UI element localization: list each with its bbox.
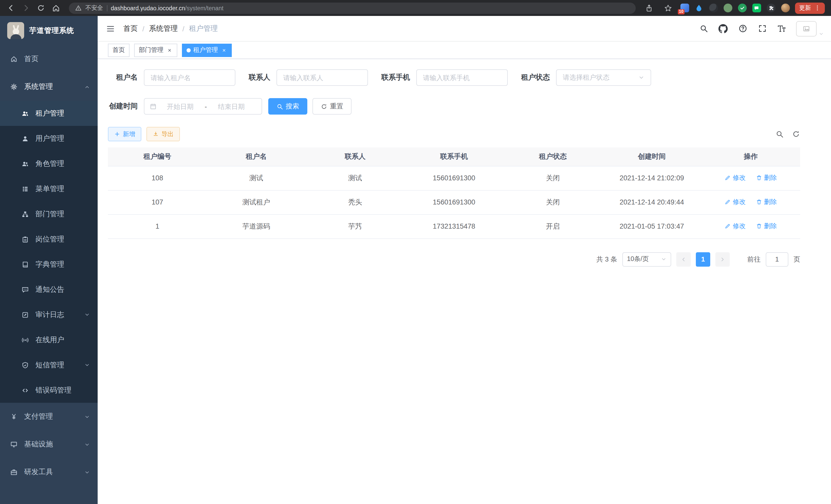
omnibox-divider <box>107 5 107 11</box>
sidebar-item-home[interactable]: 首页 <box>0 45 98 73</box>
browser-update-button[interactable]: 更新 <box>795 2 825 13</box>
screen: 不安全 dashboard.yudao.iocoder.cn/system/te… <box>0 0 831 504</box>
sidebar-item-sms-management[interactable]: 短信管理 <box>0 352 98 378</box>
main-area: 首页 / 系统管理 / 租户管理 <box>98 16 831 504</box>
sidebar-item-label: 首页 <box>24 55 38 64</box>
fullscreen-icon[interactable] <box>757 23 767 34</box>
search-button[interactable]: 搜索 <box>268 98 307 115</box>
chevron-down-icon <box>84 312 90 318</box>
start-date-input[interactable] <box>159 102 201 110</box>
app-logo[interactable]: 芋道管理系统 <box>0 16 98 45</box>
cell-created: 2021-12-14 20:49:44 <box>602 190 701 214</box>
bookmark-star-icon[interactable] <box>661 2 675 14</box>
extension-icon-6[interactable] <box>752 3 761 12</box>
sidebar-item-payment[interactable]: 支付管理 <box>0 403 98 431</box>
extension-icon-4[interactable] <box>723 3 732 12</box>
edit-button[interactable]: 修改 <box>725 222 746 231</box>
close-icon[interactable] <box>221 47 227 53</box>
browser-reload-button[interactable] <box>34 2 48 14</box>
column-header: 租户名 <box>207 147 306 166</box>
cell-tenant-name: 芋道源码 <box>207 214 306 238</box>
phone-input[interactable] <box>423 74 501 82</box>
security-label[interactable]: 不安全 <box>85 4 103 12</box>
sidebar-item-dev-tools[interactable]: 研发工具 <box>0 458 98 486</box>
cell-phone: 17321315478 <box>405 214 504 238</box>
browser-home-button[interactable] <box>49 2 63 14</box>
toggle-search-icon[interactable] <box>775 130 784 138</box>
page-size-select[interactable]: 10条/页 <box>622 252 671 266</box>
goto-page-input[interactable] <box>766 252 789 266</box>
sidebar-item-dept-management[interactable]: 部门管理 <box>0 201 98 227</box>
edit-button[interactable]: 修改 <box>725 174 746 182</box>
sidebar-item-menu-management[interactable]: 菜单管理 <box>0 176 98 201</box>
help-icon[interactable] <box>738 23 748 34</box>
search-icon[interactable] <box>698 23 709 34</box>
filter-create-time: 创建时间 - <box>108 98 262 115</box>
calendar-icon <box>149 103 157 110</box>
cell-status: 关闭 <box>504 190 602 214</box>
next-page-button[interactable] <box>715 252 730 266</box>
breadcrumb-system[interactable]: 系统管理 <box>149 24 178 33</box>
cell-actions: 修改 删除 <box>701 166 800 190</box>
extension-icon-5[interactable] <box>738 3 747 12</box>
status-select[interactable]: 请选择租户状态 <box>556 69 651 86</box>
prev-page-button[interactable] <box>676 252 691 266</box>
extensions-puzzle-icon[interactable] <box>766 3 775 12</box>
cell-status: 开启 <box>504 214 602 238</box>
share-icon[interactable] <box>642 2 656 14</box>
tab-home[interactable]: 首页 <box>108 43 130 57</box>
add-button[interactable]: 新增 <box>108 127 141 141</box>
sidebar-item-label: 研发工具 <box>24 468 53 477</box>
extension-icon-3[interactable] <box>709 3 718 12</box>
chevron-down-icon <box>84 469 90 475</box>
contact-input[interactable] <box>283 74 361 82</box>
sidebar-item-dict-management[interactable]: 字典管理 <box>0 252 98 277</box>
reset-button[interactable]: 重置 <box>312 98 351 115</box>
browser-forward-button[interactable] <box>19 2 33 14</box>
sidebar-item-online-users[interactable]: 在线用户 <box>0 327 98 352</box>
url-path: /system/tenant <box>185 5 224 11</box>
sidebar-item-infrastructure[interactable]: 基础设施 <box>0 431 98 458</box>
sidebar-toggle-icon[interactable] <box>98 16 123 41</box>
tenant-name-input[interactable] <box>150 74 229 82</box>
sidebar-item-notice[interactable]: 通知公告 <box>0 277 98 302</box>
export-button[interactable]: 导出 <box>146 127 180 141</box>
delete-button[interactable]: 删除 <box>756 198 777 207</box>
delete-button[interactable]: 删除 <box>756 222 777 231</box>
browser-back-button[interactable] <box>4 2 18 14</box>
sidebar-item-error-code[interactable]: 错误码管理 <box>0 378 98 403</box>
sidebar-item-role-management[interactable]: 角色管理 <box>0 151 98 176</box>
trash-icon <box>756 199 762 205</box>
browser-profile-avatar[interactable] <box>781 3 790 12</box>
cell-tenant-name: 测试租户 <box>207 190 306 214</box>
breadcrumb-home[interactable]: 首页 <box>123 24 138 33</box>
delete-button[interactable]: 删除 <box>756 174 777 182</box>
sidebar-item-audit-log[interactable]: 审计日志 <box>0 302 98 327</box>
extension-icon-2[interactable] <box>694 3 704 12</box>
edit-icon <box>725 223 731 229</box>
sidebar-item-post-management[interactable]: 岗位管理 <box>0 227 98 252</box>
date-range-picker[interactable]: - <box>144 98 262 115</box>
refresh-table-icon[interactable] <box>792 130 800 138</box>
edit-button[interactable]: 修改 <box>725 198 746 207</box>
tab-tenant-management[interactable]: 租户管理 <box>182 43 232 57</box>
yen-icon <box>10 413 18 420</box>
github-icon[interactable] <box>718 23 728 34</box>
chat-bubble-icon <box>22 286 29 293</box>
user-avatar-menu[interactable] <box>796 21 824 36</box>
users-icon <box>22 110 29 117</box>
date-range-separator: - <box>203 102 208 110</box>
end-date-input[interactable] <box>210 102 253 110</box>
current-page-button[interactable]: 1 <box>696 252 710 266</box>
address-bar[interactable]: 不安全 dashboard.yudao.iocoder.cn/system/te… <box>69 2 636 13</box>
extension-icon-1[interactable]: 10 <box>680 3 689 12</box>
breadcrumb-separator: / <box>142 24 144 33</box>
font-size-icon[interactable] <box>776 23 787 34</box>
close-icon[interactable] <box>166 47 173 53</box>
sidebar-item-user-management[interactable]: 用户管理 <box>0 126 98 151</box>
sidebar-item-system-management[interactable]: 系统管理 <box>0 73 98 101</box>
tab-dept-management[interactable]: 部门管理 <box>134 43 177 57</box>
filter-phone: 联系手机 <box>381 69 508 86</box>
sidebar-item-tenant-management[interactable]: 租户管理 <box>0 101 98 126</box>
chevron-down-icon <box>84 362 90 368</box>
